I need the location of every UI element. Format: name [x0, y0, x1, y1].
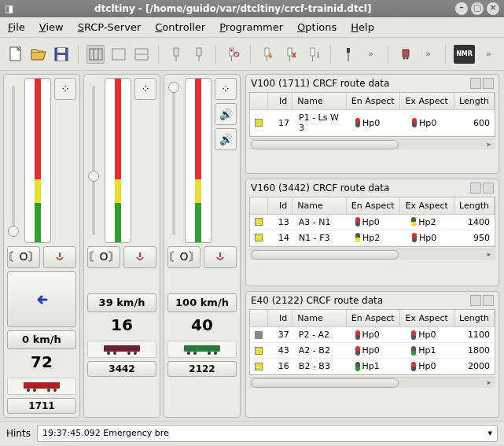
panel-close-icon[interactable]	[483, 78, 494, 89]
svg-point-36	[107, 352, 110, 355]
signal-x-icon[interactable]	[281, 45, 300, 64]
save-file-icon[interactable]	[52, 45, 70, 64]
table-row[interactable]: 13 A3 - N1 Hp0 Hp2 1400	[250, 215, 495, 230]
svg-point-31	[27, 389, 30, 392]
h-scrollbar[interactable]: ▸	[249, 138, 495, 149]
svg-rect-2	[57, 48, 65, 53]
controller-2: ⁘ 🔊🔊 〘O〙 100 km/h 40 2122	[164, 74, 241, 418]
svg-rect-30	[24, 382, 60, 389]
loco-id-label: 1711	[7, 398, 76, 414]
panel-title: V100 (1711) CRCF route data	[251, 78, 389, 89]
panel-restore-icon[interactable]	[470, 78, 481, 89]
svg-rect-12	[197, 48, 201, 56]
panel-title: E40 (2122) CRCF route data	[251, 295, 383, 306]
train-icon[interactable]	[396, 45, 414, 64]
marker-icon[interactable]	[339, 45, 357, 64]
dice-icon[interactable]: ⁘	[215, 78, 237, 100]
decouple-button[interactable]	[43, 246, 76, 268]
table-row[interactable]: 43 A2 - B2 Hp0 Hp1 1800	[250, 343, 495, 359]
open-file-icon[interactable]	[29, 45, 47, 64]
svg-point-32	[33, 389, 36, 392]
signal-info-icon[interactable]: i	[304, 45, 322, 64]
svg-point-44	[214, 352, 217, 355]
close-button[interactable]: ×	[487, 2, 499, 15]
svg-text:i: i	[317, 51, 319, 60]
dice-icon[interactable]: ⁘	[134, 78, 156, 100]
speed-slider[interactable]	[87, 78, 101, 243]
svg-point-38	[127, 352, 131, 355]
dropdown-arrow-icon: ▾	[487, 426, 492, 441]
loco-image	[7, 378, 76, 395]
panel-restore-icon[interactable]	[470, 182, 481, 194]
layout-row-icon[interactable]	[132, 45, 150, 64]
route-panel-1: V160 (3442) CRCF route data Id Name En A…	[245, 179, 499, 287]
titlebar: ◨ dtcltiny - [/home/guido/var/dtcltiny/c…	[0, 0, 504, 17]
more-1-icon[interactable]: »	[362, 45, 380, 64]
panel-restore-icon[interactable]	[470, 295, 481, 306]
table-row[interactable]: 14 N1 - F3 Hp2 Hp0 950	[250, 230, 495, 246]
signal-red-icon[interactable]	[224, 45, 242, 64]
layout-single-icon[interactable]	[109, 45, 127, 64]
menu-file[interactable]: File	[8, 21, 25, 33]
menu-srcp-server[interactable]: SRCP-Server	[78, 21, 142, 33]
loco-image	[167, 341, 237, 358]
focus-button[interactable]: 〘O〙	[7, 246, 40, 268]
focus-button[interactable]: 〘O〙	[87, 246, 120, 268]
menu-options[interactable]: Options	[297, 21, 337, 33]
svg-rect-19	[265, 48, 269, 56]
svg-rect-40	[184, 345, 220, 352]
loco-id-label: 2122	[167, 361, 237, 377]
more-2-icon[interactable]: »	[419, 45, 437, 64]
signal-down-icon[interactable]	[259, 45, 277, 64]
svg-point-37	[113, 352, 116, 355]
signal-2-icon[interactable]	[189, 45, 208, 64]
h-scrollbar[interactable]: ▸	[249, 249, 495, 260]
svg-rect-7	[112, 49, 125, 60]
svg-rect-3	[57, 55, 65, 61]
layout-columns-icon[interactable]	[86, 45, 105, 64]
svg-point-41	[187, 352, 190, 355]
h-scrollbar[interactable]: ▸	[249, 377, 495, 388]
direction-left-button[interactable]	[7, 271, 76, 327]
table-row[interactable]: 17 P1 - Ls W 3 Hp0 Hp0 600	[250, 110, 495, 136]
panel-close-icon[interactable]	[483, 295, 494, 306]
more-3-icon[interactable]: »	[480, 45, 498, 64]
focus-button[interactable]: 〘O〙	[167, 246, 200, 268]
svg-rect-26	[347, 48, 350, 53]
svg-point-43	[208, 352, 211, 355]
menu-controller[interactable]: Controller	[155, 21, 205, 33]
signal-1-icon[interactable]	[167, 45, 185, 64]
svg-rect-4	[90, 49, 102, 60]
svg-point-33	[47, 389, 50, 392]
menu-view[interactable]: View	[39, 21, 64, 33]
speed-slider[interactable]	[167, 78, 182, 243]
svg-point-42	[193, 352, 197, 355]
table-row[interactable]: 37 P2 - A2 Hp0 Hp0 1100	[250, 327, 495, 343]
menu-programmer[interactable]: Programmer	[219, 21, 283, 33]
loco-number: 40	[167, 315, 237, 337]
window-title: dtcltiny - [/home/guido/var/dtcltiny/crc…	[13, 3, 452, 14]
toolbar: i » » NMR »	[0, 38, 504, 71]
decouple-button[interactable]	[204, 246, 237, 268]
minimize-button[interactable]: –	[455, 2, 468, 15]
decouple-button[interactable]	[123, 246, 156, 268]
dice-icon[interactable]: ⁘	[54, 78, 76, 100]
log-dropdown[interactable]: 19:37:45.092 Emergency bre ▾	[37, 425, 498, 442]
nmr-button[interactable]: NMR	[454, 45, 475, 64]
table-header: Id Name En Aspect Ex Aspect Length	[250, 310, 495, 327]
speed-label: 39 km/h	[87, 293, 156, 312]
table-row[interactable]: 16 B2 - B3 Hp1 Hp0 2000	[250, 359, 495, 374]
route-table: Id Name En Aspect Ex Aspect Length 13 A3…	[249, 197, 495, 247]
new-file-icon[interactable]	[6, 45, 24, 64]
panel-close-icon[interactable]	[483, 182, 494, 194]
maximize-button[interactable]: ▢	[471, 2, 484, 15]
hints-label: Hints	[6, 428, 31, 439]
table-header: Id Name En Aspect Ex Aspect Length	[250, 197, 495, 215]
speaker-icon[interactable]: 🔊	[215, 103, 237, 125]
speed-slider[interactable]	[7, 78, 21, 243]
panel-title: V160 (3442) CRCF route data	[251, 182, 389, 194]
speed-meter	[105, 78, 131, 243]
speaker-icon[interactable]: 🔊	[215, 128, 237, 150]
route-table: Id Name En Aspect Ex Aspect Length 37 P2…	[249, 309, 495, 375]
menu-help[interactable]: Help	[351, 21, 374, 33]
